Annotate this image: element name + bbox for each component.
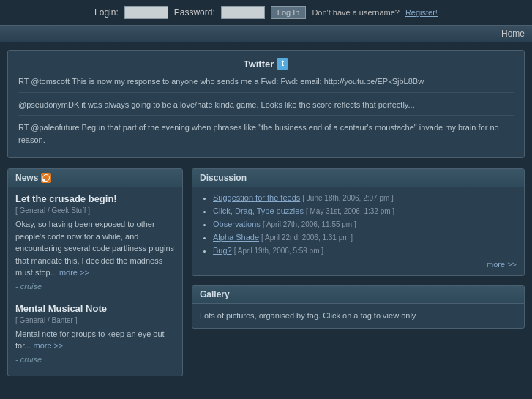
discussion-link-4[interactable]: Alpha Shade [213, 233, 259, 242]
discussion-date-3: [ April 27th, 2006, 11:55 pm ] [263, 220, 356, 228]
left-column: News Let the crusade begin! [ General / … [7, 168, 183, 385]
discussion-block: Discussion Suggestion for the feeds [ Ju… [192, 168, 525, 276]
login-button[interactable]: Log In [271, 6, 307, 19]
discussion-more-container: more >> [200, 259, 517, 269]
login-label: Login: [94, 7, 119, 18]
gallery-block: Gallery Lots of pictures, organised by t… [192, 285, 525, 329]
login-input[interactable] [124, 6, 168, 19]
discussion-title: Discussion [200, 173, 247, 183]
discussion-list: Suggestion for the feeds [ June 18th, 20… [200, 193, 517, 255]
news-item-1-text: Okay, so having been exposed to other pe… [15, 218, 175, 279]
discussion-link-5[interactable]: Bug? [213, 246, 232, 255]
password-input[interactable] [221, 6, 265, 19]
gallery-title: Gallery [200, 289, 230, 299]
discussion-link-3[interactable]: Observations [213, 220, 261, 228]
discussion-link-2[interactable]: Click, Drag, Type puzzles [213, 206, 304, 215]
home-link[interactable]: Home [501, 29, 525, 39]
discussion-header: Discussion [192, 169, 524, 187]
discussion-date-4: [ April 22nd, 2006, 1:31 pm ] [261, 234, 353, 242]
no-username-text: Don't have a username? [312, 8, 400, 17]
news-item-1-title: Let the crusade begin! [15, 193, 175, 204]
tweet-3: RT @paleofuture Begun that part of the e… [18, 122, 514, 150]
main-content: Twitter t RT @tomscott This is now my re… [0, 42, 532, 392]
news-feed-icon [41, 173, 51, 183]
twitter-header: Twitter t [18, 58, 514, 70]
discussion-item-4: Alpha Shade [ April 22nd, 2006, 1:31 pm … [213, 233, 517, 242]
discussion-more-link[interactable]: more >> [487, 260, 517, 269]
news-item-2-meta: [ General / Banter ] [15, 316, 175, 324]
discussion-link-1[interactable]: Suggestion for the feeds [213, 193, 300, 202]
gallery-header: Gallery [192, 286, 524, 304]
discussion-item-3: Observations [ April 27th, 2006, 11:55 p… [213, 220, 517, 228]
news-item-1-meta: [ General / Geek Stuff ] [15, 206, 175, 215]
twitter-block: Twitter t RT @tomscott This is now my re… [7, 50, 525, 158]
tweet-2: @pseudonymDK it was always going to be a… [18, 99, 514, 116]
news-divider-1 [15, 297, 175, 297]
news-item-2-text: Mental note for groups to keep an eye ou… [15, 328, 175, 352]
header-bar: Login: Password: Log In Don't have a use… [0, 0, 532, 25]
news-body: Let the crusade begin! [ General / Geek … [8, 187, 182, 376]
gallery-text: Lots of pictures, organised by tag. Clic… [200, 310, 517, 322]
register-link[interactable]: Register! [405, 8, 438, 17]
discussion-body: Suggestion for the feeds [ June 18th, 20… [192, 187, 524, 275]
two-col-layout: News Let the crusade begin! [ General / … [7, 168, 525, 385]
gallery-body: Lots of pictures, organised by tag. Clic… [192, 304, 524, 328]
news-item-2-author: - cruise [15, 355, 175, 364]
discussion-date-2: [ May 31st, 2006, 1:32 pm ] [306, 207, 394, 215]
tweet-1: RT @tomscott This is now my response to … [18, 75, 514, 93]
discussion-item-2: Click, Drag, Type puzzles [ May 31st, 20… [213, 206, 517, 215]
password-label: Password: [174, 7, 215, 18]
news-header: News [8, 169, 182, 187]
twitter-title: Twitter [244, 59, 274, 70]
discussion-date-1: [ June 18th, 2006, 2:07 pm ] [302, 194, 394, 202]
news-item-2-title: Mental Musical Note [15, 303, 175, 314]
discussion-item-5: Bug? [ April 19th, 2006, 5:59 pm ] [213, 246, 517, 255]
news-block: News Let the crusade begin! [ General / … [7, 168, 183, 376]
right-column: Discussion Suggestion for the feeds [ Ju… [192, 168, 525, 385]
news-item-1-more[interactable]: more >> [59, 268, 89, 277]
twitter-icon: t [277, 58, 288, 70]
news-item-2-more[interactable]: more >> [33, 341, 63, 350]
news-title: News [15, 173, 38, 183]
discussion-date-5: [ April 19th, 2006, 5:59 pm ] [234, 247, 323, 255]
news-item-1-author: - cruise [15, 282, 175, 291]
discussion-item-1: Suggestion for the feeds [ June 18th, 20… [213, 193, 517, 202]
nav-bar: Home [0, 25, 532, 42]
